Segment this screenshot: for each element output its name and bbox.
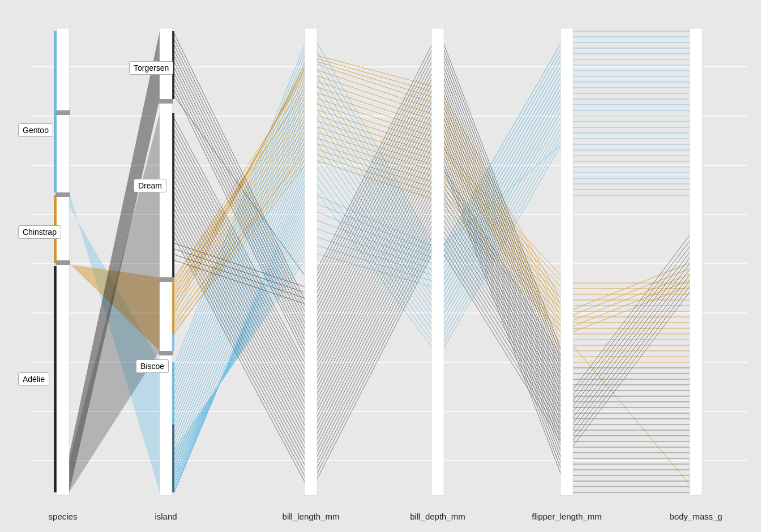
adelie-label: Adélie xyxy=(18,372,49,386)
gentoo-label: Gentoo xyxy=(18,123,53,137)
bill-length-axis-label: bill_length_mm xyxy=(283,512,340,521)
svg-rect-379 xyxy=(431,28,444,495)
chart-container: species island bill_length_mm bill_depth… xyxy=(0,0,761,532)
dream-label: Dream xyxy=(134,179,166,192)
svg-rect-387 xyxy=(159,351,173,355)
biscoe-label: Biscoe xyxy=(136,359,169,373)
axis-labels: species island bill_length_mm bill_depth… xyxy=(49,512,722,521)
svg-rect-386 xyxy=(159,277,173,282)
species-axis-label: species xyxy=(49,512,78,521)
svg-rect-377 xyxy=(160,28,172,495)
svg-rect-382 xyxy=(55,110,70,115)
svg-rect-383 xyxy=(55,192,70,197)
svg-rect-385 xyxy=(159,99,173,104)
chinstrap-label: Chinstrap xyxy=(18,225,61,239)
svg-rect-380 xyxy=(561,28,573,495)
torgersen-label: Torgersen xyxy=(129,61,173,75)
flipper-length-axis-label: flipper_length_mm xyxy=(532,512,601,521)
bill-depth-axis-label: bill_depth_mm xyxy=(410,512,465,521)
body-mass-axis-label: body_mass_g xyxy=(669,512,722,521)
svg-rect-381 xyxy=(690,28,702,495)
svg-rect-378 xyxy=(305,28,317,495)
parallel-coordinates-svg: species island bill_length_mm bill_depth… xyxy=(0,0,761,532)
svg-rect-384 xyxy=(55,260,70,265)
island-axis-label: island xyxy=(155,512,177,521)
